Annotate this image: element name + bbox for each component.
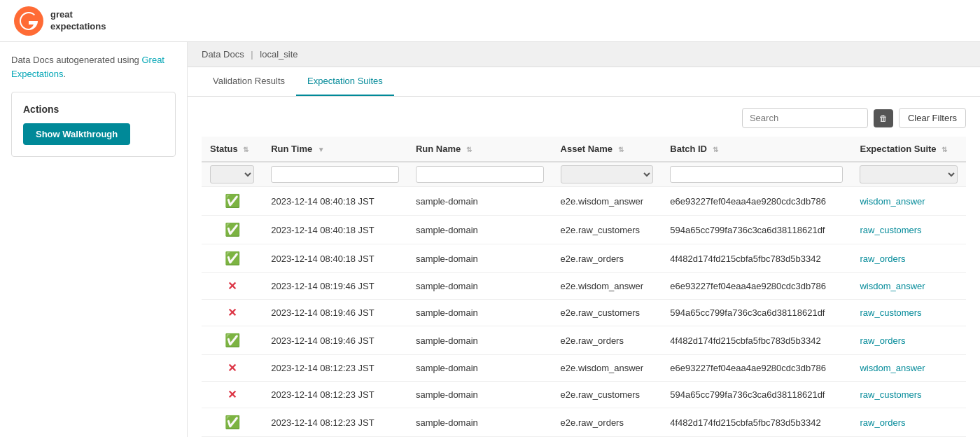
status-ok-icon: ✅: [225, 223, 240, 237]
col-run-name: Run Name ⇅: [407, 137, 552, 162]
cell-batch-id: 594a65cc799fa736c3ca6d38118621df: [662, 382, 851, 408]
filter-batch-id[interactable]: [670, 166, 843, 183]
cell-status: ✕: [202, 273, 262, 300]
cell-expectation-suite[interactable]: wisdom_answer: [851, 187, 966, 216]
actions-box: Actions Show Walkthrough: [11, 92, 176, 157]
cell-run-name: sample-domain: [407, 355, 552, 382]
cell-batch-id: 594a65cc799fa736c3ca6d38118621df: [662, 300, 851, 326]
filter-expectation-suite[interactable]: [860, 165, 958, 183]
cell-status: ✅: [202, 187, 262, 216]
table-row: ✅2023-12-14 08:19:46 JSTsample-domaine2e…: [202, 326, 966, 355]
cell-run-time: 2023-12-14 08:19:46 JST: [262, 273, 407, 300]
status-ok-icon: ✅: [225, 415, 240, 429]
sort-asset-icon: ⇅: [618, 146, 624, 153]
cell-expectation-suite[interactable]: wisdom_answer: [851, 355, 966, 382]
table-row: ✅2023-12-14 08:40:18 JSTsample-domaine2e…: [202, 244, 966, 273]
cell-asset-name: e2e.wisdom_answer: [552, 273, 662, 300]
suite-link[interactable]: raw_customers: [860, 225, 921, 235]
cell-batch-id: e6e93227fef04eaa4ae9280cdc3db786: [662, 355, 851, 382]
tab-expectation-suites[interactable]: Expectation Suites: [296, 67, 394, 96]
tab-bar: Validation Results Expectation Suites: [188, 67, 980, 97]
cell-batch-id: 4f482d174fd215cbfa5fbc783d5b3342: [662, 408, 851, 437]
table-area: 🗑 Clear Filters Status ⇅ Run Time ▼ Run …: [188, 97, 980, 437]
suite-link[interactable]: raw_orders: [860, 254, 905, 264]
cell-asset-name: e2e.wisdom_answer: [552, 187, 662, 216]
cell-asset-name: e2e.raw_orders: [552, 244, 662, 273]
suite-link[interactable]: wisdom_answer: [860, 363, 925, 373]
cell-expectation-suite[interactable]: wisdom_answer: [851, 273, 966, 300]
breadcrumb-separator: |: [251, 49, 253, 60]
sort-run-name-icon: ⇅: [466, 146, 472, 153]
filter-run-name[interactable]: [416, 166, 544, 183]
table-header-row: Status ⇅ Run Time ▼ Run Name ⇅ Asset Nam…: [202, 137, 966, 162]
cell-expectation-suite[interactable]: raw_customers: [851, 300, 966, 326]
status-fail-icon: ✕: [227, 362, 237, 374]
status-fail-icon: ✕: [227, 389, 237, 401]
cell-status: ✅: [202, 326, 262, 355]
cell-run-time: 2023-12-14 08:12:23 JST: [262, 382, 407, 408]
filter-run-time[interactable]: [271, 166, 399, 183]
col-status: Status ⇅: [202, 137, 262, 162]
cell-status: ✕: [202, 355, 262, 382]
cell-batch-id: e6e93227fef04eaa4ae9280cdc3db786: [662, 273, 851, 300]
logo-area: greatexpectations: [14, 6, 106, 36]
cell-run-name: sample-domain: [407, 326, 552, 355]
suite-link[interactable]: raw_orders: [860, 417, 905, 428]
cell-status: ✅: [202, 244, 262, 273]
show-walkthrough-button[interactable]: Show Walkthrough: [23, 123, 130, 145]
suite-link[interactable]: raw_customers: [860, 307, 921, 318]
cell-run-time: 2023-12-14 08:40:18 JST: [262, 216, 407, 244]
cell-status: ✅: [202, 408, 262, 437]
clear-filters-button[interactable]: Clear Filters: [899, 108, 966, 128]
filter-asset-name[interactable]: [561, 165, 654, 183]
status-ok-icon: ✅: [225, 194, 240, 208]
table-row: ✕2023-12-14 08:12:23 JSTsample-domaine2e…: [202, 382, 966, 408]
cell-expectation-suite[interactable]: raw_orders: [851, 408, 966, 437]
cell-asset-name: e2e.raw_customers: [552, 382, 662, 408]
col-expectation-suite: Expectation Suite ⇅: [851, 137, 966, 162]
actions-title: Actions: [23, 104, 164, 115]
cell-batch-id: 4f482d174fd215cbfa5fbc783d5b3342: [662, 326, 851, 355]
cell-status: ✕: [202, 300, 262, 326]
tab-validation-results[interactable]: Validation Results: [202, 67, 296, 96]
cell-run-name: sample-domain: [407, 244, 552, 273]
cell-run-time: 2023-12-14 08:19:46 JST: [262, 300, 407, 326]
col-batch-id: Batch ID ⇅: [662, 137, 851, 162]
sidebar-description: Data Docs autogenerated using Great Expe…: [11, 53, 176, 81]
cell-status: ✕: [202, 382, 262, 408]
cell-expectation-suite[interactable]: raw_orders: [851, 326, 966, 355]
cell-run-name: sample-domain: [407, 300, 552, 326]
filter-status[interactable]: OKFail: [210, 165, 254, 183]
suite-link[interactable]: raw_orders: [860, 335, 905, 346]
status-fail-icon: ✕: [227, 307, 237, 319]
suite-link[interactable]: raw_customers: [860, 389, 921, 400]
suite-link[interactable]: wisdom_answer: [860, 196, 925, 207]
cell-expectation-suite[interactable]: raw_customers: [851, 382, 966, 408]
trash-icon-button[interactable]: 🗑: [874, 109, 893, 127]
cell-run-name: sample-domain: [407, 408, 552, 437]
cell-expectation-suite[interactable]: raw_orders: [851, 244, 966, 273]
cell-batch-id: 4f482d174fd215cbfa5fbc783d5b3342: [662, 244, 851, 273]
cell-run-time: 2023-12-14 08:40:18 JST: [262, 187, 407, 216]
cell-batch-id: e6e93227fef04eaa4ae9280cdc3db786: [662, 187, 851, 216]
cell-run-name: sample-domain: [407, 273, 552, 300]
cell-status: ✅: [202, 216, 262, 244]
sort-run-time-icon: ▼: [318, 146, 325, 153]
cell-asset-name: e2e.raw_orders: [552, 408, 662, 437]
cell-run-time: 2023-12-14 08:12:23 JST: [262, 355, 407, 382]
table-row: ✅2023-12-14 08:12:23 JSTsample-domaine2e…: [202, 408, 966, 437]
breadcrumb: Data Docs | local_site: [188, 42, 980, 67]
cell-batch-id: 594a65cc799fa736c3ca6d38118621df: [662, 216, 851, 244]
col-run-time: Run Time ▼: [262, 137, 407, 162]
cell-asset-name: e2e.wisdom_answer: [552, 355, 662, 382]
cell-run-name: sample-domain: [407, 187, 552, 216]
results-table: Status ⇅ Run Time ▼ Run Name ⇅ Asset Nam…: [202, 137, 966, 437]
cell-expectation-suite[interactable]: raw_customers: [851, 216, 966, 244]
col-asset-name: Asset Name ⇅: [552, 137, 662, 162]
table-row: ✅2023-12-14 08:40:18 JSTsample-domaine2e…: [202, 216, 966, 244]
suite-link[interactable]: wisdom_answer: [860, 281, 925, 291]
search-input[interactable]: [742, 108, 868, 128]
cell-run-name: sample-domain: [407, 216, 552, 244]
filter-row: OKFail: [202, 162, 966, 187]
table-toolbar: 🗑 Clear Filters: [202, 108, 966, 128]
